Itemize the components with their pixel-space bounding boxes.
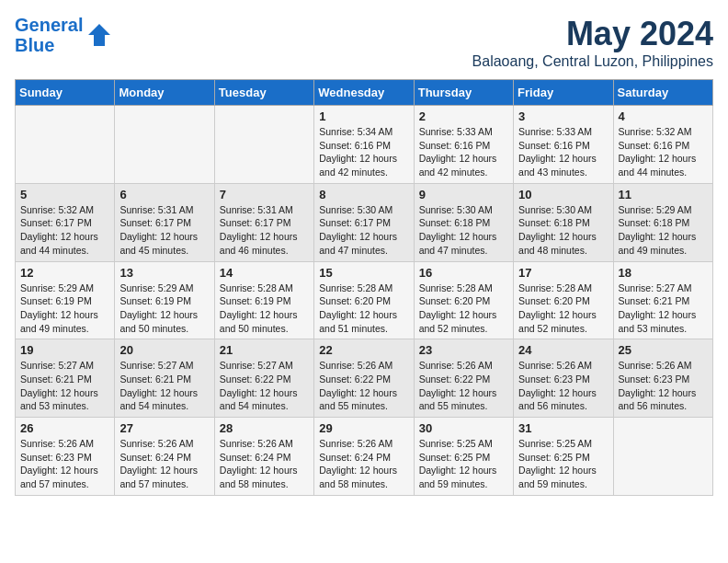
month-title: May 2024 <box>472 15 713 53</box>
title-block: May 2024 Balaoang, Central Luzon, Philip… <box>472 15 713 70</box>
day-info: Sunrise: 5:32 AMSunset: 6:16 PMDaylight:… <box>619 125 708 179</box>
calendar-cell: 10Sunrise: 5:30 AMSunset: 6:18 PMDayligh… <box>514 183 613 261</box>
logo-icon <box>86 22 112 48</box>
day-number: 26 <box>20 421 109 435</box>
calendar-cell: 19Sunrise: 5:27 AMSunset: 6:21 PMDayligh… <box>16 339 115 418</box>
calendar-cell: 28Sunrise: 5:26 AMSunset: 6:24 PMDayligh… <box>214 418 313 496</box>
day-number: 8 <box>319 188 408 201</box>
week-row-5: 26Sunrise: 5:26 AMSunset: 6:23 PMDayligh… <box>16 418 713 496</box>
day-info: Sunrise: 5:26 AMSunset: 6:24 PMDaylight:… <box>220 437 309 491</box>
week-row-1: 1Sunrise: 5:34 AMSunset: 6:16 PMDaylight… <box>16 106 713 184</box>
day-number: 21 <box>220 343 309 357</box>
day-info: Sunrise: 5:30 AMSunset: 6:18 PMDaylight:… <box>518 203 608 258</box>
calendar-cell: 26Sunrise: 5:26 AMSunset: 6:23 PMDayligh… <box>16 418 115 496</box>
day-header-monday: Monday <box>115 80 214 106</box>
week-row-3: 12Sunrise: 5:29 AMSunset: 6:19 PMDayligh… <box>16 261 713 339</box>
day-header-friday: Friday <box>514 80 613 106</box>
day-header-sunday: Sunday <box>16 80 115 106</box>
day-number: 17 <box>518 266 608 280</box>
day-info: Sunrise: 5:32 AMSunset: 6:17 PMDaylight:… <box>20 203 109 258</box>
week-row-4: 19Sunrise: 5:27 AMSunset: 6:21 PMDayligh… <box>16 339 713 418</box>
day-info: Sunrise: 5:26 AMSunset: 6:24 PMDaylight:… <box>119 437 209 491</box>
page-header: GeneralBlue May 2024 Balaoang, Central L… <box>15 15 713 70</box>
day-info: Sunrise: 5:26 AMSunset: 6:23 PMDaylight:… <box>518 359 608 413</box>
calendar-cell: 20Sunrise: 5:27 AMSunset: 6:21 PMDayligh… <box>115 339 214 418</box>
day-number: 24 <box>518 343 608 357</box>
day-number: 23 <box>419 343 508 357</box>
day-number: 11 <box>619 188 708 201</box>
calendar-cell: 13Sunrise: 5:29 AMSunset: 6:19 PMDayligh… <box>115 261 214 339</box>
day-info: Sunrise: 5:26 AMSunset: 6:23 PMDaylight:… <box>619 359 708 413</box>
calendar-body: 1Sunrise: 5:34 AMSunset: 6:16 PMDaylight… <box>16 106 713 496</box>
day-info: Sunrise: 5:33 AMSunset: 6:16 PMDaylight:… <box>518 125 608 179</box>
day-number: 18 <box>619 266 708 280</box>
logo: GeneralBlue <box>15 15 112 55</box>
day-number: 6 <box>119 188 209 201</box>
calendar-cell: 12Sunrise: 5:29 AMSunset: 6:19 PMDayligh… <box>16 261 115 339</box>
calendar-cell: 18Sunrise: 5:27 AMSunset: 6:21 PMDayligh… <box>613 261 712 339</box>
calendar-cell <box>214 106 313 184</box>
calendar-cell: 3Sunrise: 5:33 AMSunset: 6:16 PMDaylight… <box>514 106 613 184</box>
calendar-cell <box>16 106 115 184</box>
location-title: Balaoang, Central Luzon, Philippines <box>472 53 713 70</box>
day-info: Sunrise: 5:30 AMSunset: 6:18 PMDaylight:… <box>419 203 508 258</box>
calendar-cell: 22Sunrise: 5:26 AMSunset: 6:22 PMDayligh… <box>314 339 414 418</box>
day-number: 10 <box>518 188 608 201</box>
day-number: 5 <box>20 188 109 201</box>
day-info: Sunrise: 5:29 AMSunset: 6:19 PMDaylight:… <box>119 282 209 336</box>
day-info: Sunrise: 5:28 AMSunset: 6:19 PMDaylight:… <box>220 282 309 336</box>
logo-text: GeneralBlue <box>15 15 83 55</box>
calendar-cell: 2Sunrise: 5:33 AMSunset: 6:16 PMDaylight… <box>414 106 513 184</box>
day-number: 20 <box>119 343 209 357</box>
day-number: 14 <box>220 266 309 280</box>
day-info: Sunrise: 5:27 AMSunset: 6:21 PMDaylight:… <box>20 359 109 413</box>
day-info: Sunrise: 5:34 AMSunset: 6:16 PMDaylight:… <box>319 125 408 179</box>
day-info: Sunrise: 5:29 AMSunset: 6:19 PMDaylight:… <box>20 282 109 336</box>
calendar-cell: 31Sunrise: 5:25 AMSunset: 6:25 PMDayligh… <box>514 418 613 496</box>
calendar-cell: 4Sunrise: 5:32 AMSunset: 6:16 PMDaylight… <box>613 106 712 184</box>
day-number: 30 <box>419 421 508 435</box>
week-row-2: 5Sunrise: 5:32 AMSunset: 6:17 PMDaylight… <box>16 183 713 261</box>
calendar-cell: 15Sunrise: 5:28 AMSunset: 6:20 PMDayligh… <box>314 261 414 339</box>
calendar-header-row: SundayMondayTuesdayWednesdayThursdayFrid… <box>16 80 713 106</box>
day-number: 2 <box>419 109 508 123</box>
day-number: 4 <box>619 109 708 123</box>
day-number: 25 <box>619 343 708 357</box>
calendar-cell: 30Sunrise: 5:25 AMSunset: 6:25 PMDayligh… <box>414 418 513 496</box>
day-info: Sunrise: 5:27 AMSunset: 6:22 PMDaylight:… <box>220 359 309 413</box>
calendar-cell: 9Sunrise: 5:30 AMSunset: 6:18 PMDaylight… <box>414 183 513 261</box>
day-info: Sunrise: 5:25 AMSunset: 6:25 PMDaylight:… <box>419 437 508 491</box>
calendar-cell: 27Sunrise: 5:26 AMSunset: 6:24 PMDayligh… <box>115 418 214 496</box>
day-number: 7 <box>220 188 309 201</box>
day-header-thursday: Thursday <box>414 80 513 106</box>
calendar-cell: 7Sunrise: 5:31 AMSunset: 6:17 PMDaylight… <box>214 183 313 261</box>
day-info: Sunrise: 5:27 AMSunset: 6:21 PMDaylight:… <box>619 282 708 336</box>
day-number: 9 <box>419 188 508 201</box>
day-number: 19 <box>20 343 109 357</box>
day-info: Sunrise: 5:28 AMSunset: 6:20 PMDaylight:… <box>419 282 508 336</box>
calendar-cell <box>115 106 214 184</box>
calendar-cell: 25Sunrise: 5:26 AMSunset: 6:23 PMDayligh… <box>613 339 712 418</box>
day-info: Sunrise: 5:29 AMSunset: 6:18 PMDaylight:… <box>619 203 708 258</box>
svg-marker-0 <box>88 24 110 46</box>
day-info: Sunrise: 5:31 AMSunset: 6:17 PMDaylight:… <box>119 203 209 258</box>
day-number: 1 <box>319 109 408 123</box>
day-number: 27 <box>119 421 209 435</box>
calendar-cell: 11Sunrise: 5:29 AMSunset: 6:18 PMDayligh… <box>613 183 712 261</box>
calendar-cell: 29Sunrise: 5:26 AMSunset: 6:24 PMDayligh… <box>314 418 414 496</box>
day-number: 12 <box>20 266 109 280</box>
calendar-cell: 1Sunrise: 5:34 AMSunset: 6:16 PMDaylight… <box>314 106 414 184</box>
day-info: Sunrise: 5:26 AMSunset: 6:22 PMDaylight:… <box>319 359 408 413</box>
calendar-cell: 21Sunrise: 5:27 AMSunset: 6:22 PMDayligh… <box>214 339 313 418</box>
calendar-cell: 16Sunrise: 5:28 AMSunset: 6:20 PMDayligh… <box>414 261 513 339</box>
day-header-saturday: Saturday <box>613 80 712 106</box>
day-info: Sunrise: 5:30 AMSunset: 6:17 PMDaylight:… <box>319 203 408 258</box>
calendar-cell: 17Sunrise: 5:28 AMSunset: 6:20 PMDayligh… <box>514 261 613 339</box>
day-number: 15 <box>319 266 408 280</box>
day-number: 3 <box>518 109 608 123</box>
day-info: Sunrise: 5:33 AMSunset: 6:16 PMDaylight:… <box>419 125 508 179</box>
calendar-cell: 5Sunrise: 5:32 AMSunset: 6:17 PMDaylight… <box>16 183 115 261</box>
day-info: Sunrise: 5:27 AMSunset: 6:21 PMDaylight:… <box>119 359 209 413</box>
day-header-tuesday: Tuesday <box>214 80 313 106</box>
calendar-cell: 14Sunrise: 5:28 AMSunset: 6:19 PMDayligh… <box>214 261 313 339</box>
